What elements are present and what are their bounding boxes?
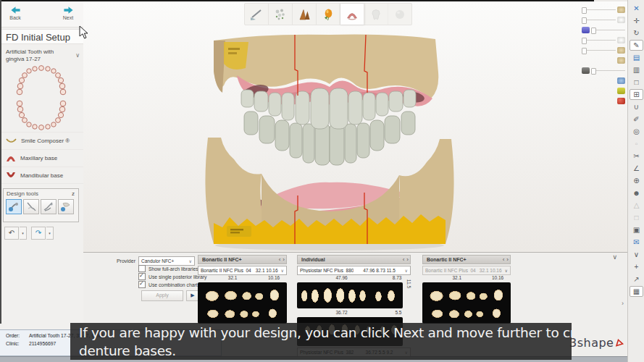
prev-library-button[interactable]: ‹ [279,256,281,264]
checkbox-combination-chart[interactable]: Use combination chart [138,281,198,288]
undo-button[interactable]: ↶ [4,227,19,240]
frame-button[interactable]: □ [630,212,643,223]
collapse-tools-button[interactable]: ∨ [630,249,643,260]
slider-knob[interactable] [582,7,587,14]
library-select[interactable]: Bonartic II NFC Plus_04_Medium 32.1 10.1… [198,266,287,275]
teeth-scatter-icon [273,8,288,21]
library-panel-header[interactable]: Individual ‹ › [297,255,411,264]
sidebar-item-mandibular-base[interactable]: Mandibular base [0,167,83,184]
lower-teeth-slider[interactable] [582,35,625,45]
patient-layer-toggle[interactable] [582,75,625,85]
library-select[interactable]: Bonartic II NFC Plus_04_Medium 32.1 10.1… [422,266,511,275]
slider-track[interactable] [582,9,616,10]
upper-denture-slider[interactable] [582,4,625,14]
marker-layer-toggle[interactable] [582,96,625,106]
fit-view-button[interactable]: ✛ [630,15,643,26]
design-tool-wax-button[interactable] [58,199,74,214]
denture-model-3d[interactable] [185,29,474,252]
close-button[interactable]: ✕ [630,3,643,14]
tool-scan-button[interactable] [245,4,269,25]
chat-button[interactable]: ✉ [630,237,643,248]
ruler-button[interactable]: ∠ [630,163,643,174]
next-button[interactable]: Next [56,4,80,25]
crosshair-button[interactable]: + [630,261,643,272]
lower-denture-slider[interactable] [582,45,625,55]
prev-library-button[interactable]: ‹ [503,256,505,264]
design-tool-move-button[interactable] [6,199,22,214]
back-button[interactable]: Back [3,4,28,25]
tooth-library-image[interactable] [198,282,287,324]
undo-dropdown[interactable]: ▾ [20,227,27,240]
library-panel-header[interactable]: Bonartic II NFC+ ‹ › [198,255,287,264]
next-library-button[interactable]: › [406,256,409,264]
slider-track[interactable] [591,70,625,71]
slider-track[interactable] [582,50,616,51]
design-tool-pliers-button[interactable] [41,199,57,214]
tooth-step-button[interactable] [364,4,388,25]
avatar-icon: ☻ [632,190,640,197]
new-document-button[interactable]: □ [630,77,643,88]
posterior-setup-button[interactable] [293,4,317,25]
rotate-view-button[interactable]: ↻ [630,28,643,38]
slider-track[interactable] [591,30,625,30]
pan-button[interactable]: ↗ [630,274,643,285]
gingiva-balloon-icon [321,8,335,21]
inspect-button[interactable]: ◎ [630,126,643,137]
spare-tool-button[interactable]: ▫ [630,138,643,149]
logo-triangle-icon [615,338,624,348]
viewport-3d[interactable] [83,1,627,252]
checkbox-box[interactable] [138,273,146,280]
checkbox-box[interactable] [138,281,146,288]
add-view-button[interactable]: ⊞ [630,89,643,100]
align-button[interactable]: △ [630,200,643,211]
profile-button[interactable]: ☻ [630,188,643,198]
slider-knob[interactable] [591,68,596,75]
clipboard-button[interactable]: ▤ [630,52,643,63]
denture-layer-toggle[interactable] [582,55,625,65]
occlusal-arch-diagram[interactable] [12,65,70,130]
library-panel-header[interactable]: Bonartic II NFC+ ‹ › [422,255,511,264]
slider-knob[interactable] [582,38,587,44]
waxrim-layer-toggle[interactable] [582,85,625,96]
library-select[interactable]: Physiostar NFC Plus_880 47.96 8.73 11.5 … [297,266,411,275]
design-tool-rotate-button[interactable] [23,199,39,214]
redo-button[interactable]: ↷ [31,227,46,240]
checkbox-single-posterior[interactable]: Use single posterior library [138,273,206,280]
sculpt-button[interactable]: ✐ [630,114,643,125]
slider-knob[interactable] [582,17,587,24]
denture-arch-button[interactable] [340,4,364,25]
next-library-button[interactable]: › [506,256,509,264]
slider-knob[interactable] [591,28,596,34]
paint-button[interactable]: ∪ [630,101,643,112]
tooth-library-image[interactable] [422,282,511,324]
sidebar-item-maxillary-base[interactable]: Maxillary base [0,149,83,167]
slider-knob[interactable] [582,48,587,54]
globe-button[interactable]: ⊕ [630,175,643,186]
upper-teeth-slider[interactable] [582,14,625,25]
finalize-step-button[interactable] [388,4,411,25]
tooth-library-image[interactable] [297,282,403,308]
layer-icon [617,37,625,43]
sidebar-item-smile-composer[interactable]: Smile Composer ® [0,132,83,149]
gingiva-design-button[interactable] [317,4,340,25]
trim-button[interactable]: ✂ [630,151,643,161]
apply-button[interactable]: Apply [141,290,183,301]
collapse-library-button[interactable]: ∨ [612,253,617,261]
workflow-step-selector[interactable]: Artificial Tooth with gingiva 17-27 ∨ [0,46,83,65]
expand-panel-button[interactable]: › [622,300,624,307]
camera-button[interactable]: ▣ [630,224,643,235]
step-toolbar [244,3,412,25]
copy-view-button[interactable]: ▥ [630,64,643,75]
slider-track[interactable] [582,40,616,41]
slider-track[interactable] [582,20,616,20]
prev-library-button[interactable]: ‹ [403,256,405,264]
snapshot-button[interactable]: ▦ [630,286,643,297]
checkbox-box[interactable] [138,265,146,272]
preparation-scan-slider[interactable] [582,65,625,75]
antagonist-scan-slider[interactable] [582,25,625,35]
smile-composer-icon [6,138,17,145]
tooth-arrangement-button[interactable] [269,4,293,25]
next-library-button[interactable]: › [283,256,285,264]
measure-button[interactable]: ✎ [630,40,643,51]
redo-dropdown[interactable]: ▾ [46,227,54,240]
